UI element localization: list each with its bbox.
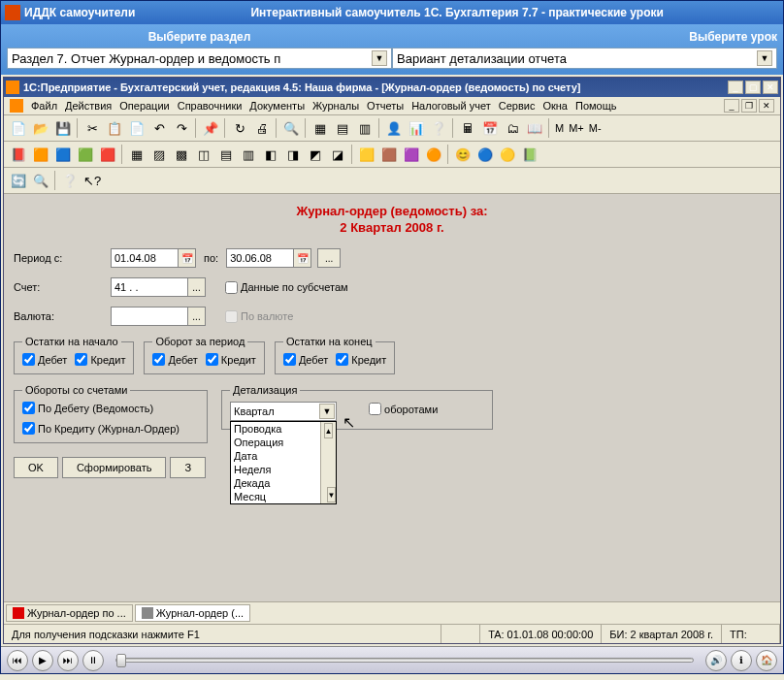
tb2-icon-8[interactable]: ▩	[171, 144, 192, 165]
tb2-icon-7[interactable]: ▨	[148, 144, 170, 165]
help-icon[interactable]: ❔	[428, 117, 449, 139]
tb2-icon-19[interactable]: 🟠	[423, 144, 444, 165]
refresh-icon[interactable]: ↻	[229, 117, 250, 139]
detail-combo[interactable]: Квартал ▼ Проводка Операция Дата Неделя …	[230, 402, 337, 421]
period-from-input[interactable]	[111, 248, 179, 268]
tb2-icon-20[interactable]: 😊	[452, 144, 474, 165]
tb3-filter-icon[interactable]: 🔍	[30, 170, 51, 191]
account-input[interactable]	[111, 277, 188, 297]
currency-select-button[interactable]: ...	[188, 307, 206, 326]
subaccounts-checkbox[interactable]	[225, 281, 238, 294]
next-button[interactable]: ⏭	[57, 650, 79, 671]
tb2-icon-12[interactable]: ◧	[260, 144, 281, 165]
tb2-icon-22[interactable]: 🟡	[497, 144, 518, 165]
minimize-button[interactable]: _	[728, 81, 743, 94]
pin-icon[interactable]: 📌	[200, 117, 221, 139]
volume-button[interactable]: 🔊	[705, 650, 727, 671]
tab-journal-2[interactable]: Журнал-ордер (...	[135, 604, 250, 622]
pause-button[interactable]: ⏸	[82, 650, 104, 671]
menu-references[interactable]: Справочники	[178, 100, 243, 112]
open-icon[interactable]: 📂	[30, 117, 51, 139]
dropdown-arrow-icon[interactable]: ▼	[757, 50, 772, 66]
calendar-icon[interactable]: 📅	[479, 117, 501, 139]
form-button[interactable]: Сформировать	[62, 457, 167, 478]
tool-c-icon[interactable]: ▥	[354, 117, 376, 139]
close-button-form[interactable]: З	[170, 457, 206, 478]
menu-operations[interactable]: Операции	[119, 100, 169, 112]
redo-icon[interactable]: ↷	[171, 117, 192, 139]
home-button[interactable]: 🏠	[756, 650, 777, 671]
save-icon[interactable]: 💾	[52, 117, 74, 139]
dropdown-arrow-icon[interactable]: ▼	[372, 50, 387, 66]
scroll-up-icon[interactable]: ▲	[324, 423, 333, 438]
maximize-button[interactable]: ▢	[745, 81, 761, 94]
chart-icon[interactable]: 📊	[406, 117, 427, 139]
tb3-context-help-icon[interactable]: ↖?	[82, 170, 103, 191]
menu-service[interactable]: Сервис	[499, 100, 536, 112]
dropdown-arrow-icon[interactable]: ▼	[319, 404, 335, 419]
mem-mp[interactable]: M+	[567, 122, 586, 134]
doc-minimize-button[interactable]: _	[724, 99, 739, 113]
turnover-credit-checkbox[interactable]	[206, 353, 218, 366]
start-credit-checkbox[interactable]	[75, 353, 87, 366]
mem-mm[interactable]: M-	[587, 122, 604, 134]
tb2-icon-21[interactable]: 🔵	[474, 144, 496, 165]
undo-icon[interactable]: ↶	[148, 117, 170, 139]
period-to-input[interactable]	[226, 248, 294, 268]
tb2-icon-6[interactable]: ▦	[126, 144, 147, 165]
tool-a-icon[interactable]: ▦	[310, 117, 331, 139]
account-select-button[interactable]: ...	[188, 277, 206, 297]
tb3-refresh-icon[interactable]: 🔄	[8, 170, 29, 191]
tb2-icon-10[interactable]: ▤	[215, 144, 237, 165]
end-credit-checkbox[interactable]	[336, 353, 348, 366]
cut-icon[interactable]: ✂	[82, 117, 103, 139]
tb2-icon-18[interactable]: 🟪	[401, 144, 422, 165]
calendar-to-button[interactable]: 📅	[294, 248, 311, 268]
end-debit-checkbox[interactable]	[283, 353, 296, 366]
close-button[interactable]: ✕	[763, 81, 778, 94]
tb2-icon-1[interactable]: 📕	[8, 144, 29, 165]
ok-button[interactable]: OK	[14, 457, 58, 478]
tb2-icon-2[interactable]: 🟧	[30, 144, 51, 165]
calc-icon[interactable]: 🖩	[457, 117, 478, 139]
paste-icon[interactable]: 📄	[126, 117, 147, 139]
menu-journals[interactable]: Журналы	[312, 100, 359, 112]
doc-close-button[interactable]: ✕	[759, 99, 774, 113]
new-icon[interactable]: 📄	[8, 117, 29, 139]
find-icon[interactable]: 🔍	[280, 117, 302, 139]
tb2-icon-5[interactable]: 🟥	[97, 144, 118, 165]
menu-windows[interactable]: Окна	[542, 100, 568, 112]
tb2-icon-16[interactable]: 🟨	[356, 144, 377, 165]
menu-documents[interactable]: Документы	[249, 100, 305, 112]
tb2-icon-9[interactable]: ◫	[193, 144, 214, 165]
play-button[interactable]: ▶	[32, 650, 53, 671]
detail-dropdown-list[interactable]: Проводка Операция Дата Неделя Декада Мес…	[230, 421, 337, 504]
tab-journal-1[interactable]: Журнал-ордер по ...	[6, 604, 133, 622]
copy-icon[interactable]: 📋	[104, 117, 125, 139]
print-icon[interactable]: 🖨	[251, 117, 273, 139]
calendar-from-button[interactable]: 📅	[179, 248, 196, 268]
mem-m[interactable]: M	[553, 122, 566, 134]
section-combo[interactable]: Раздел 7. Отчет Журнал-ордер и ведомость…	[7, 48, 392, 69]
turnover-debit-checkbox[interactable]	[152, 353, 165, 366]
by-credit-checkbox[interactable]	[22, 422, 35, 435]
book-icon[interactable]: 📖	[524, 117, 545, 139]
tb2-icon-23[interactable]: 📗	[519, 144, 540, 165]
tb2-icon-13[interactable]: ◨	[282, 144, 304, 165]
tb2-icon-3[interactable]: 🟦	[52, 144, 74, 165]
prev-button[interactable]: ⏮	[7, 650, 28, 671]
period-picker-button[interactable]: ...	[317, 248, 341, 268]
tb2-icon-14[interactable]: ◩	[305, 144, 326, 165]
tb2-icon-4[interactable]: 🟩	[75, 144, 96, 165]
lesson-combo[interactable]: Вариант детализации отчета ▼	[392, 48, 777, 69]
tb2-icon-15[interactable]: ◪	[327, 144, 348, 165]
scroll-down-icon[interactable]: ▼	[327, 487, 336, 502]
tb3-help-icon[interactable]: ❔	[59, 170, 81, 191]
doc-restore-button[interactable]: ❐	[741, 99, 757, 113]
menu-reports[interactable]: Отчеты	[367, 100, 404, 112]
start-debit-checkbox[interactable]	[22, 353, 35, 366]
info-button[interactable]: ℹ	[731, 650, 752, 671]
dropdown-scrollbar[interactable]: ▲ ▼	[320, 422, 336, 503]
menu-help[interactable]: Помощь	[575, 100, 617, 112]
tb2-icon-11[interactable]: ▥	[238, 144, 259, 165]
